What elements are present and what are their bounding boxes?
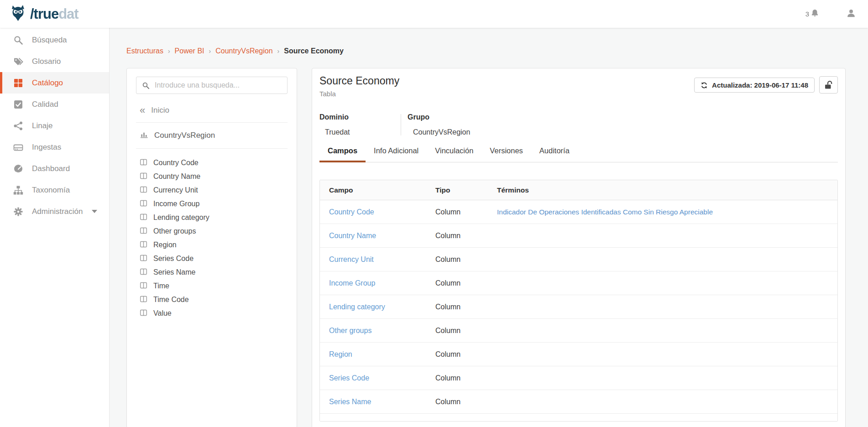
sidebar-item-ingestas[interactable]: Ingestas	[0, 136, 109, 158]
field-link[interactable]: Series Name	[329, 398, 371, 406]
tree-item-field[interactable]: Series Name	[140, 266, 297, 279]
divider	[136, 148, 288, 149]
table-row-partial	[320, 414, 837, 421]
table-row: Country Code Column Indicador De Operaci…	[320, 200, 837, 224]
tree-item-field[interactable]: Country Code	[140, 156, 297, 170]
angle-double-left-icon: «	[140, 107, 145, 114]
column-header-tipo: Tipo	[426, 186, 488, 194]
sidebar-item-catalogo[interactable]: Catálogo	[0, 72, 109, 94]
sidebar-item-dashboard[interactable]: Dashboard	[0, 158, 109, 179]
user-menu-button[interactable]	[846, 8, 856, 20]
tree-item-field[interactable]: Series Code	[140, 252, 297, 266]
tab-versiones[interactable]: Versiones	[481, 146, 531, 162]
columns-icon	[140, 186, 147, 195]
refresh-icon	[701, 82, 708, 89]
sidebar: Búsqueda Glosario Catálogo Calidad Linaj…	[0, 28, 110, 427]
field-link[interactable]: Lending category	[329, 303, 385, 311]
sidebar-item-busqueda[interactable]: Búsqueda	[0, 29, 109, 51]
breadcrumb-link-powerbi[interactable]: Power BI	[175, 47, 204, 55]
domain-label: Dominio	[319, 113, 401, 121]
tree-item-field[interactable]: Time Code	[140, 293, 297, 307]
tree-item-field[interactable]: Income Group	[140, 197, 297, 211]
share-icon	[13, 121, 23, 131]
page-title: Source Economy	[319, 75, 399, 87]
app-header: /truedat 3	[0, 0, 868, 28]
sidebar-item-glosario[interactable]: Glosario	[0, 51, 109, 72]
gauge-icon	[13, 164, 23, 174]
table-row: Country Name Column	[320, 224, 837, 248]
sidebar-item-taxonomia[interactable]: Taxonomía	[0, 179, 109, 201]
table-row: Other groups Column	[320, 319, 837, 343]
sidebar-item-calidad[interactable]: Calidad	[0, 94, 109, 115]
columns-icon	[140, 213, 147, 223]
sidebar-item-linaje[interactable]: Linaje	[0, 115, 109, 136]
field-link[interactable]: Income Group	[329, 279, 375, 287]
columns-icon	[140, 254, 147, 264]
columns-icon	[140, 227, 147, 236]
unlocked-padlock-icon	[824, 80, 834, 90]
metadata-row: Dominio Truedat Grupo CountryVsRegion	[319, 113, 838, 136]
user-icon	[846, 8, 856, 18]
tags-icon	[13, 57, 23, 67]
tree-item-field[interactable]: Lending category	[140, 211, 297, 224]
sitemap-icon	[13, 185, 23, 195]
tree-item-field[interactable]: Currency Unit	[140, 183, 297, 197]
bell-icon	[810, 8, 820, 20]
app-logo: /truedat	[9, 4, 78, 25]
tree-back-home-link[interactable]: « Inicio	[140, 106, 297, 115]
tree-item-field[interactable]: Other groups	[140, 224, 297, 238]
tab-campos[interactable]: Campos	[319, 146, 366, 162]
refresh-updated-button[interactable]: Actualizada: 2019-06-17 11:48	[694, 78, 815, 93]
field-link[interactable]: Series Code	[329, 374, 369, 382]
breadcrumb-separator: ›	[209, 47, 211, 55]
columns-icon	[140, 268, 147, 277]
sidebar-item-administracion[interactable]: Administración	[0, 201, 109, 222]
breadcrumb-link-countryvsregion[interactable]: CountryVsRegion	[215, 47, 272, 55]
gear-icon	[13, 207, 23, 217]
columns-icon	[140, 295, 147, 305]
table-row: Lending category Column	[320, 295, 837, 319]
breadcrumb-current: Source Economy	[284, 47, 344, 55]
notification-count-badge: 3	[805, 10, 809, 18]
tree-field-list: Country Code Country Name Currency Unit …	[127, 156, 297, 320]
tab-info-adicional[interactable]: Info Adicional	[366, 146, 427, 162]
fields-table: Campo Tipo Términos Country Code Column …	[319, 180, 838, 422]
grid-icon	[13, 78, 23, 88]
bar-chart-icon	[140, 130, 148, 141]
field-link[interactable]: Country Code	[329, 208, 374, 216]
tree-item-field[interactable]: Region	[140, 238, 297, 252]
breadcrumb: Estructuras › Power BI › CountryVsRegion…	[126, 47, 868, 55]
logo-wordmark: /truedat	[30, 6, 78, 22]
field-link[interactable]: Region	[329, 350, 352, 358]
field-link[interactable]: Other groups	[329, 327, 371, 334]
table-row: Region Column	[320, 343, 837, 366]
table-row: Currency Unit Column	[320, 248, 837, 271]
columns-icon	[140, 172, 147, 182]
tree-search-input[interactable]	[136, 77, 288, 94]
unlock-button[interactable]	[819, 76, 838, 94]
group-value: CountryVsRegion	[413, 128, 470, 136]
breadcrumb-link-estructuras[interactable]: Estructuras	[126, 47, 163, 55]
structure-tree-panel: « Inicio CountryVsRegion Country Code Co…	[126, 68, 297, 427]
columns-icon	[140, 158, 147, 168]
breadcrumb-separator: ›	[277, 47, 280, 55]
check-square-icon	[13, 99, 23, 109]
field-link[interactable]: Country Name	[329, 232, 376, 240]
table-row: Series Code Column	[320, 366, 837, 390]
breadcrumb-separator: ›	[168, 47, 170, 55]
tree-item-field[interactable]: Value	[140, 307, 297, 320]
tab-vinculacion[interactable]: Vinculación	[427, 146, 481, 162]
tree-item-field[interactable]: Country Name	[140, 170, 297, 183]
term-link[interactable]: Indicador De Operaciones Identificadas C…	[497, 208, 713, 216]
detail-tabs: Campos Info Adicional Vinculación Versio…	[319, 146, 838, 162]
notifications-button[interactable]: 3	[805, 8, 820, 20]
search-icon	[13, 35, 23, 45]
domain-value: Truedat	[325, 128, 401, 136]
tree-item-field[interactable]: Time	[140, 279, 297, 293]
tree-item-countryvsregion[interactable]: CountryVsRegion	[140, 130, 297, 141]
columns-icon	[140, 240, 147, 250]
owl-logo-icon	[9, 4, 28, 25]
field-link[interactable]: Currency Unit	[329, 255, 374, 263]
tab-auditoria[interactable]: Auditoría	[531, 146, 578, 162]
chevron-down-icon	[92, 210, 97, 213]
